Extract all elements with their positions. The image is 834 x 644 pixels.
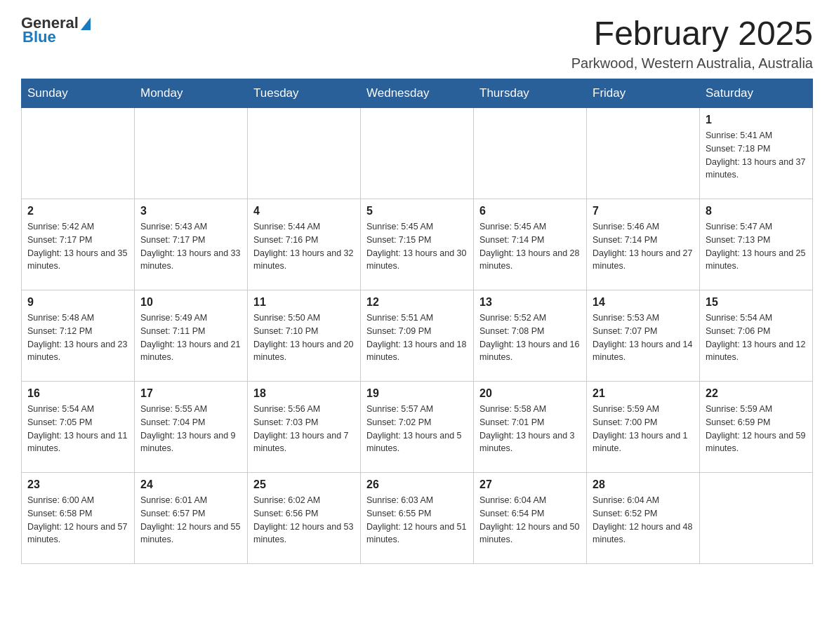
calendar-cell: 1Sunrise: 5:41 AMSunset: 7:18 PMDaylight… xyxy=(700,108,813,199)
day-info: Sunrise: 6:04 AMSunset: 6:54 PMDaylight:… xyxy=(479,494,581,546)
day-info: Sunrise: 5:42 AMSunset: 7:17 PMDaylight:… xyxy=(27,220,128,273)
calendar-cell: 5Sunrise: 5:45 AMSunset: 7:15 PMDaylight… xyxy=(361,199,474,290)
day-number: 13 xyxy=(479,296,581,309)
calendar-cell: 22Sunrise: 5:59 AMSunset: 6:59 PMDayligh… xyxy=(700,382,813,473)
calendar-cell: 28Sunrise: 6:04 AMSunset: 6:52 PMDayligh… xyxy=(587,473,700,564)
calendar-cell xyxy=(135,108,248,199)
calendar-cell xyxy=(474,108,587,199)
day-info: Sunrise: 5:41 AMSunset: 7:18 PMDaylight:… xyxy=(706,129,807,182)
calendar-cell: 11Sunrise: 5:50 AMSunset: 7:10 PMDayligh… xyxy=(248,290,361,382)
day-number: 21 xyxy=(593,387,694,400)
day-info: Sunrise: 5:43 AMSunset: 7:17 PMDaylight:… xyxy=(140,220,241,273)
calendar-cell: 23Sunrise: 6:00 AMSunset: 6:58 PMDayligh… xyxy=(22,473,135,564)
day-info: Sunrise: 5:45 AMSunset: 7:15 PMDaylight:… xyxy=(366,220,468,273)
day-number: 18 xyxy=(253,387,355,400)
day-number: 22 xyxy=(706,387,807,400)
calendar-header-row: SundayMondayTuesdayWednesdayThursdayFrid… xyxy=(22,79,813,108)
calendar-cell xyxy=(248,108,361,199)
day-number: 14 xyxy=(593,296,694,309)
calendar-cell xyxy=(587,108,700,199)
calendar-cell: 14Sunrise: 5:53 AMSunset: 7:07 PMDayligh… xyxy=(587,290,700,382)
calendar-week-2: 2Sunrise: 5:42 AMSunset: 7:17 PMDaylight… xyxy=(22,199,813,290)
day-info: Sunrise: 6:03 AMSunset: 6:55 PMDaylight:… xyxy=(366,494,468,546)
day-info: Sunrise: 5:52 AMSunset: 7:08 PMDaylight:… xyxy=(479,311,581,364)
calendar-cell: 12Sunrise: 5:51 AMSunset: 7:09 PMDayligh… xyxy=(361,290,474,382)
calendar-cell: 24Sunrise: 6:01 AMSunset: 6:57 PMDayligh… xyxy=(135,473,248,564)
day-number: 23 xyxy=(27,478,128,491)
calendar-week-3: 9Sunrise: 5:48 AMSunset: 7:12 PMDaylight… xyxy=(22,290,813,382)
day-info: Sunrise: 5:54 AMSunset: 7:05 PMDaylight:… xyxy=(27,403,128,455)
day-info: Sunrise: 5:54 AMSunset: 7:06 PMDaylight:… xyxy=(706,311,807,364)
calendar-cell xyxy=(22,108,135,199)
day-number: 3 xyxy=(140,205,241,217)
calendar-cell: 13Sunrise: 5:52 AMSunset: 7:08 PMDayligh… xyxy=(474,290,587,382)
day-info: Sunrise: 5:50 AMSunset: 7:10 PMDaylight:… xyxy=(253,311,355,364)
day-number: 20 xyxy=(479,387,581,400)
day-info: Sunrise: 5:51 AMSunset: 7:09 PMDaylight:… xyxy=(366,311,468,364)
calendar-header-tuesday: Tuesday xyxy=(248,79,361,108)
day-number: 24 xyxy=(140,478,241,491)
day-number: 7 xyxy=(593,205,694,217)
calendar-cell: 10Sunrise: 5:49 AMSunset: 7:11 PMDayligh… xyxy=(135,290,248,382)
calendar-cell: 15Sunrise: 5:54 AMSunset: 7:06 PMDayligh… xyxy=(700,290,813,382)
day-number: 1 xyxy=(706,114,807,126)
calendar-cell xyxy=(700,473,813,564)
day-info: Sunrise: 5:48 AMSunset: 7:12 PMDaylight:… xyxy=(27,311,128,364)
calendar-cell xyxy=(361,108,474,199)
calendar-cell: 4Sunrise: 5:44 AMSunset: 7:16 PMDaylight… xyxy=(248,199,361,290)
location-text: Parkwood, Western Australia, Australia xyxy=(571,55,813,72)
day-info: Sunrise: 6:02 AMSunset: 6:56 PMDaylight:… xyxy=(253,494,355,546)
title-section: February 2025 Parkwood, Western Australi… xyxy=(571,14,813,72)
calendar-cell: 19Sunrise: 5:57 AMSunset: 7:02 PMDayligh… xyxy=(361,382,474,473)
day-info: Sunrise: 5:59 AMSunset: 6:59 PMDaylight:… xyxy=(706,403,807,455)
calendar-cell: 16Sunrise: 5:54 AMSunset: 7:05 PMDayligh… xyxy=(22,382,135,473)
day-info: Sunrise: 5:57 AMSunset: 7:02 PMDaylight:… xyxy=(366,403,468,455)
calendar-cell: 20Sunrise: 5:58 AMSunset: 7:01 PMDayligh… xyxy=(474,382,587,473)
day-number: 16 xyxy=(27,387,128,400)
day-number: 2 xyxy=(27,205,128,217)
calendar-cell: 8Sunrise: 5:47 AMSunset: 7:13 PMDaylight… xyxy=(700,199,813,290)
calendar-header-friday: Friday xyxy=(587,79,700,108)
calendar-week-1: 1Sunrise: 5:41 AMSunset: 7:18 PMDaylight… xyxy=(22,108,813,199)
calendar-cell: 17Sunrise: 5:55 AMSunset: 7:04 PMDayligh… xyxy=(135,382,248,473)
day-number: 10 xyxy=(140,296,241,309)
calendar-header-monday: Monday xyxy=(135,79,248,108)
day-number: 26 xyxy=(366,478,468,491)
calendar-header-wednesday: Wednesday xyxy=(361,79,474,108)
day-info: Sunrise: 5:53 AMSunset: 7:07 PMDaylight:… xyxy=(593,311,694,364)
day-info: Sunrise: 6:04 AMSunset: 6:52 PMDaylight:… xyxy=(593,494,694,546)
calendar-week-5: 23Sunrise: 6:00 AMSunset: 6:58 PMDayligh… xyxy=(22,473,813,564)
day-info: Sunrise: 5:49 AMSunset: 7:11 PMDaylight:… xyxy=(140,311,241,364)
day-info: Sunrise: 5:56 AMSunset: 7:03 PMDaylight:… xyxy=(253,403,355,455)
day-info: Sunrise: 5:58 AMSunset: 7:01 PMDaylight:… xyxy=(479,403,581,455)
day-info: Sunrise: 5:44 AMSunset: 7:16 PMDaylight:… xyxy=(253,220,355,273)
calendar-table: SundayMondayTuesdayWednesdayThursdayFrid… xyxy=(21,79,813,564)
calendar-cell: 26Sunrise: 6:03 AMSunset: 6:55 PMDayligh… xyxy=(361,473,474,564)
day-info: Sunrise: 6:01 AMSunset: 6:57 PMDaylight:… xyxy=(140,494,241,546)
day-number: 11 xyxy=(253,296,355,309)
day-number: 28 xyxy=(593,478,694,491)
day-info: Sunrise: 6:00 AMSunset: 6:58 PMDaylight:… xyxy=(27,494,128,546)
calendar-cell: 7Sunrise: 5:46 AMSunset: 7:14 PMDaylight… xyxy=(587,199,700,290)
day-number: 4 xyxy=(253,205,355,217)
day-number: 15 xyxy=(706,296,807,309)
calendar-cell: 6Sunrise: 5:45 AMSunset: 7:14 PMDaylight… xyxy=(474,199,587,290)
calendar-header-saturday: Saturday xyxy=(700,79,813,108)
calendar-cell: 21Sunrise: 5:59 AMSunset: 7:00 PMDayligh… xyxy=(587,382,700,473)
day-number: 6 xyxy=(479,205,581,217)
day-info: Sunrise: 5:47 AMSunset: 7:13 PMDaylight:… xyxy=(706,220,807,273)
logo-blue-text: Blue xyxy=(22,28,56,46)
calendar-cell: 25Sunrise: 6:02 AMSunset: 6:56 PMDayligh… xyxy=(248,473,361,564)
day-number: 5 xyxy=(366,205,468,217)
calendar-cell: 9Sunrise: 5:48 AMSunset: 7:12 PMDaylight… xyxy=(22,290,135,382)
calendar-header-thursday: Thursday xyxy=(474,79,587,108)
day-number: 25 xyxy=(253,478,355,491)
day-info: Sunrise: 5:55 AMSunset: 7:04 PMDaylight:… xyxy=(140,403,241,455)
day-number: 19 xyxy=(366,387,468,400)
day-info: Sunrise: 5:45 AMSunset: 7:14 PMDaylight:… xyxy=(479,220,581,273)
calendar-cell: 3Sunrise: 5:43 AMSunset: 7:17 PMDaylight… xyxy=(135,199,248,290)
calendar-cell: 2Sunrise: 5:42 AMSunset: 7:17 PMDaylight… xyxy=(22,199,135,290)
page-header: General Blue February 2025 Parkwood, Wes… xyxy=(21,14,813,72)
day-number: 12 xyxy=(366,296,468,309)
calendar-cell: 18Sunrise: 5:56 AMSunset: 7:03 PMDayligh… xyxy=(248,382,361,473)
